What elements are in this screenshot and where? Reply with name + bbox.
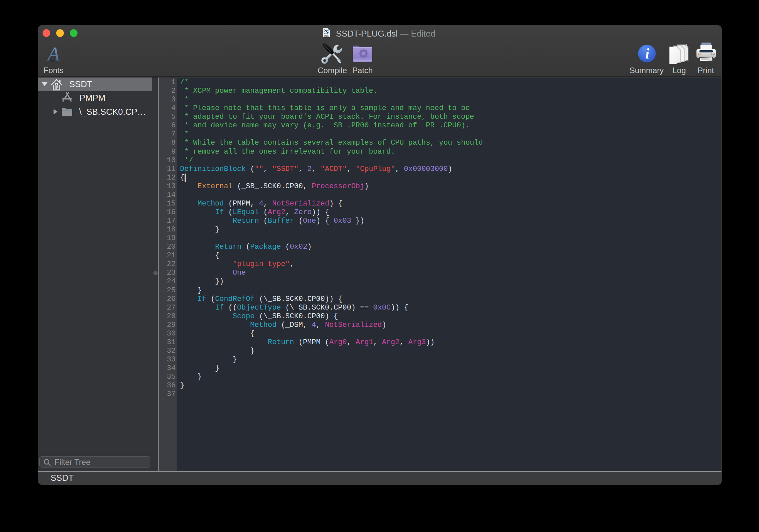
svg-text:DSL: DSL — [324, 35, 329, 37]
svg-text:A: A — [46, 44, 60, 63]
svg-text:i: i — [645, 46, 650, 62]
